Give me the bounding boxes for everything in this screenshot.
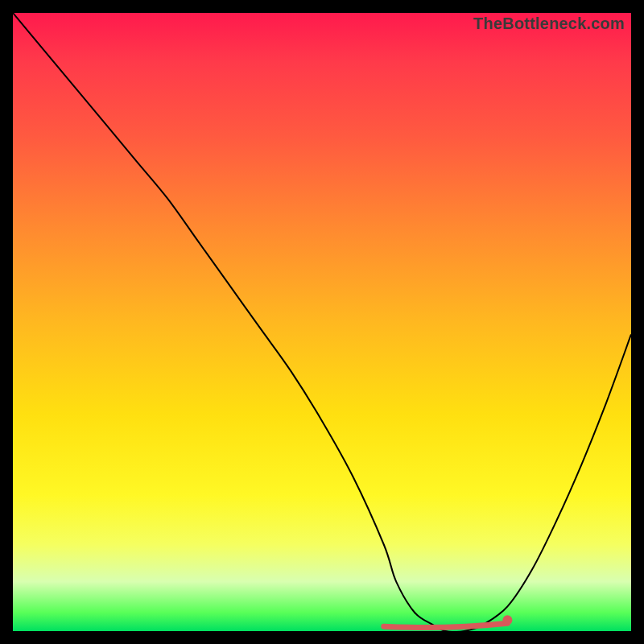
trough-highlight	[384, 623, 508, 627]
chart-frame: TheBottleneck.com	[0, 0, 644, 644]
curve-svg	[13, 13, 631, 631]
trough-end-dot	[502, 615, 512, 625]
bottleneck-curve	[13, 13, 631, 631]
plot-area: TheBottleneck.com	[13, 13, 631, 631]
